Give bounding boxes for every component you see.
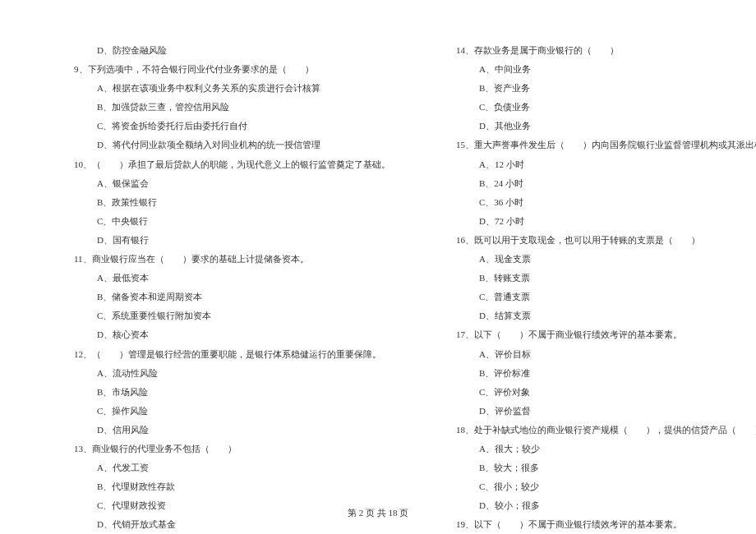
option: D、其他业务: [456, 117, 756, 136]
option: C、很小；较少: [456, 477, 756, 496]
option: C、将资金拆给委托行后由委托行自付: [74, 117, 390, 136]
question: 13、商业银行的代理业务不包括（ ）: [74, 440, 390, 458]
option: A、12 小时: [456, 155, 756, 174]
option: C、36 小时: [456, 193, 756, 212]
option: B、转账支票: [456, 269, 756, 288]
option: A、代发工资: [74, 458, 390, 477]
option: B、资产业务: [456, 79, 756, 98]
option: A、中间业务: [456, 60, 756, 79]
option: C、系统重要性银行附加资本: [74, 306, 390, 325]
option: B、代理财政性存款: [74, 477, 390, 496]
option: B、市场风险: [74, 383, 390, 402]
question: 16、既可以用于支取现金，也可以用于转账的支票是（ ）: [456, 231, 756, 250]
option: A、流动性风险: [74, 364, 390, 383]
option: A、评价目标: [456, 345, 756, 364]
option: A、根据在该项业务中权利义务关系的实质进行会计核算: [74, 79, 390, 98]
option: B、评价标准: [456, 364, 756, 383]
option: B、较大；很多: [456, 458, 756, 477]
left-column: D、防控金融风险 9、下列选项中，不符合银行同业代付业务要求的是（ ） A、根据…: [74, 41, 390, 534]
question: 17、以下（ ）不属于商业银行绩效考评的基本要素。: [456, 325, 756, 344]
option: D、72 小时: [456, 212, 756, 231]
option: A、很大；较少: [456, 440, 756, 458]
option: D、评价监督: [456, 402, 756, 421]
option: B、加强贷款三查，管控信用风险: [74, 98, 390, 117]
option: A、现金支票: [456, 250, 756, 269]
question: 18、处于补缺式地位的商业银行资产规模（ ），提供的信贷产品（ ）: [456, 421, 756, 440]
option: B、储备资本和逆周期资本: [74, 288, 390, 306]
option: C、中央银行: [74, 212, 390, 231]
question: 15、重大声誉事件发生后（ ）内向国务院银行业监督管理机构或其派出机构报告有关情…: [456, 136, 756, 154]
option: A、最低资本: [74, 269, 390, 288]
option: C、评价对象: [456, 383, 756, 402]
question: 10、（ ）承担了最后贷款人的职能，为现代意义上的银行监管奠定了基础。: [74, 155, 390, 174]
question: 11、商业银行应当在（ ）要求的基础上计提储备资本。: [74, 250, 390, 269]
question: 9、下列选项中，不符合银行同业代付业务要求的是（ ）: [74, 60, 390, 79]
option: C、普通支票: [456, 288, 756, 306]
option: C、操作风险: [74, 402, 390, 421]
option: B、24 小时: [456, 174, 756, 193]
right-column: 14、存款业务是属于商业银行的（ ） A、中间业务 B、资产业务 C、负债业务 …: [456, 41, 756, 534]
option: D、结算支票: [456, 306, 756, 325]
option: B、政策性银行: [74, 193, 390, 212]
option: D、防控金融风险: [74, 41, 390, 60]
option: D、核心资本: [74, 325, 390, 344]
option: D、国有银行: [74, 231, 390, 250]
option: A、银保监会: [74, 174, 390, 193]
question: 14、存款业务是属于商业银行的（ ）: [456, 41, 756, 60]
option: D、将代付同业款项全额纳入对同业机构的统一授信管理: [74, 136, 390, 154]
question: 12、（ ）管理是银行经营的重要职能，是银行体系稳健运行的重要保障。: [74, 345, 390, 364]
page-footer: 第 2 页 共 18 页: [0, 507, 756, 519]
option: C、负债业务: [456, 98, 756, 117]
page-content: D、防控金融风险 9、下列选项中，不符合银行同业代付业务要求的是（ ） A、根据…: [0, 0, 756, 534]
option: D、信用风险: [74, 421, 390, 440]
